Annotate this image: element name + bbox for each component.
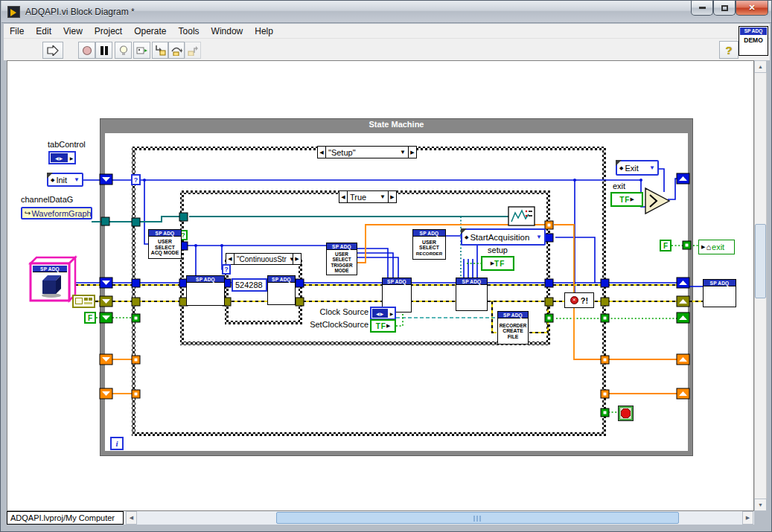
loop-condition-stop-terminal[interactable] xyxy=(618,406,634,421)
adq-collect-node[interactable]: SP ADQ xyxy=(186,275,225,306)
case-prev-icon[interactable]: ◀ xyxy=(318,147,326,158)
corner-fold-icon xyxy=(616,160,622,166)
case-next-icon[interactable]: ▶ xyxy=(388,191,396,202)
case-next-icon[interactable]: ▶ xyxy=(408,147,416,158)
labview-window: State Machine tabControl ◀▶ ▶ ◆ Init ▼ c… xyxy=(0,0,772,532)
case-selector-tunnel[interactable]: ? xyxy=(222,264,231,275)
tabcontrol-terminal[interactable]: ◀▶ ▶ xyxy=(48,151,76,164)
scroll-down-icon: ▼ xyxy=(758,502,763,507)
waveformgraph-label: WaveformGraph xyxy=(31,209,91,218)
minimize-icon xyxy=(699,7,706,9)
close-button[interactable]: ✕ xyxy=(736,1,768,16)
right-arrow-icon: ▶ xyxy=(380,311,385,316)
menu-window[interactable]: Window xyxy=(205,25,249,38)
minimize-button[interactable] xyxy=(691,1,713,16)
adq-recorder-create-file-node[interactable]: SP ADQ RECORDER CREATE FILE xyxy=(497,311,529,344)
menu-project[interactable]: Project xyxy=(89,25,128,38)
dropdown-icon[interactable]: ▼ xyxy=(287,256,293,263)
step-into-button[interactable] xyxy=(152,42,168,59)
setclocksource-tf-terminal[interactable]: TF ▶ xyxy=(370,319,396,333)
false-constant[interactable]: F xyxy=(660,240,671,251)
case-prev-icon[interactable]: ◀ xyxy=(226,254,235,264)
simple-error-handler-node[interactable]: ✕ ?! xyxy=(564,292,594,308)
menu-help[interactable]: Help xyxy=(249,25,279,38)
execution-target-selector[interactable]: ADQAPI.lvproj/My Computer xyxy=(7,511,124,525)
clock-source-terminal[interactable]: ◀▶ ▶ xyxy=(370,307,396,320)
init-enum-constant[interactable]: ◆ Init ▼ xyxy=(47,173,83,187)
retain-wire-values-button[interactable] xyxy=(133,42,150,59)
false-constant[interactable]: F xyxy=(84,312,96,324)
step-over-button[interactable] xyxy=(168,42,185,59)
error-cluster-glyph xyxy=(75,298,83,304)
waveformgraph-reference[interactable]: ↪ WaveformGraph xyxy=(21,207,92,219)
setup-tf-local[interactable]: ▶ TF xyxy=(481,256,514,271)
menu-operate[interactable]: Operate xyxy=(128,25,172,38)
menu-tools[interactable]: Tools xyxy=(173,25,205,38)
adq-buffer-node[interactable]: SP ADQ xyxy=(267,275,296,305)
startacquisition-enum-constant[interactable]: ◆ StartAcquisition ▼ xyxy=(461,228,546,246)
retain-values-icon xyxy=(136,45,148,56)
scroll-left-icon: ◀ xyxy=(130,515,133,521)
dropdown-icon[interactable]: ▼ xyxy=(377,193,386,200)
case-selector-setup[interactable]: ◀ "Setup"▼ ▶ xyxy=(317,146,417,158)
title-bar[interactable]: ADQAPI.vi Block Diagram * xyxy=(1,1,772,23)
error-cluster-constant[interactable] xyxy=(72,295,95,308)
maximize-button[interactable] xyxy=(713,1,736,16)
dropdown-icon[interactable]: ▼ xyxy=(398,149,406,156)
pause-button[interactable] xyxy=(95,42,112,59)
vi-icon[interactable]: SP ADQ DEMO xyxy=(738,26,768,56)
stop-octagon-icon xyxy=(621,408,631,418)
case-selector-label: "ContinuousStr xyxy=(237,255,287,263)
adq-user-select-recorder-node[interactable]: SP ADQ USER SELECT RECORDER xyxy=(412,229,446,260)
scroll-up-button[interactable]: ▲ xyxy=(754,60,767,73)
adq-pulse-node[interactable]: SP ADQ xyxy=(456,278,488,311)
exit-tf-control[interactable]: TF ▶ xyxy=(610,192,643,207)
icons-layer xyxy=(1,1,772,532)
scroll-left-button[interactable]: ◀ xyxy=(126,511,137,525)
highlight-execution-button[interactable] xyxy=(115,42,132,59)
reference-arrow-icon: ↪ xyxy=(25,209,31,217)
startacquisition-label: StartAcquisition xyxy=(470,233,529,242)
scrollbar-grip-icon xyxy=(473,516,482,522)
right-arrow-icon: ▶ xyxy=(60,156,64,161)
select-function[interactable] xyxy=(645,188,669,214)
setclocksource-label: SetClockSource xyxy=(304,320,369,329)
horizontal-scrollbar-thumb[interactable] xyxy=(276,512,679,524)
adq-open-cube-icon[interactable] xyxy=(31,257,75,301)
case-selector-true[interactable]: ◀ True▼ ▶ xyxy=(339,190,397,203)
terminal-in-icon: ▶ xyxy=(701,244,705,250)
adq-open-node-header[interactable]: SP ADQ xyxy=(33,266,67,273)
menu-file[interactable]: File xyxy=(4,25,30,38)
step-out-button[interactable] xyxy=(185,42,201,59)
stop-sign-icon: ✕ xyxy=(570,296,578,304)
scroll-right-icon: ▶ xyxy=(746,515,750,521)
vertical-scrollbar-thumb[interactable] xyxy=(755,224,766,298)
run-button[interactable] xyxy=(42,42,63,59)
toolbar: ? xyxy=(4,39,770,60)
case-selector-continuousstr[interactable]: ◀ "ContinuousStr▼ ▶ xyxy=(226,253,302,265)
pause-icon xyxy=(99,45,109,56)
abort-icon xyxy=(82,45,92,56)
scroll-right-button[interactable]: ▶ xyxy=(742,511,753,525)
case-selector-tunnel[interactable]: ? xyxy=(131,174,141,185)
adq-cleanup-node[interactable]: SP ADQ xyxy=(703,279,736,307)
adq-user-select-trigger-mode-node[interactable]: SP ADQ USER SELECT TRIGGER MODE xyxy=(326,243,357,275)
iteration-terminal[interactable]: i xyxy=(110,437,124,450)
abort-button[interactable] xyxy=(78,42,95,59)
question-icon: ? xyxy=(224,266,229,273)
graph-property-icon[interactable] xyxy=(508,207,535,225)
menu-view[interactable]: View xyxy=(57,25,89,38)
exit-enum-constant[interactable]: ◆ Exit ▼ xyxy=(616,160,659,176)
horizontal-scrollbar[interactable]: ADQAPI.lvproj/My Computer ◀ ▶ xyxy=(7,511,754,525)
context-help-button[interactable]: ? xyxy=(719,41,738,59)
adq-user-select-acq-mode-node[interactable]: SP ADQ USER SELECT ACQ MODE xyxy=(148,229,182,259)
exit-indicator[interactable]: ▶ ⌂ exit xyxy=(698,240,735,254)
menu-edit[interactable]: Edit xyxy=(30,25,57,38)
scroll-down-button[interactable]: ▼ xyxy=(754,499,767,511)
case-prev-icon[interactable]: ◀ xyxy=(339,191,348,202)
home-icon: ⌂ xyxy=(706,243,711,251)
buffer-size-constant[interactable]: 524288 xyxy=(232,278,267,292)
question-icon: ? xyxy=(181,231,185,239)
menu-bar: File Edit View Project Operate Tools Win… xyxy=(4,24,770,39)
case-next-icon[interactable]: ▶ xyxy=(293,254,301,264)
